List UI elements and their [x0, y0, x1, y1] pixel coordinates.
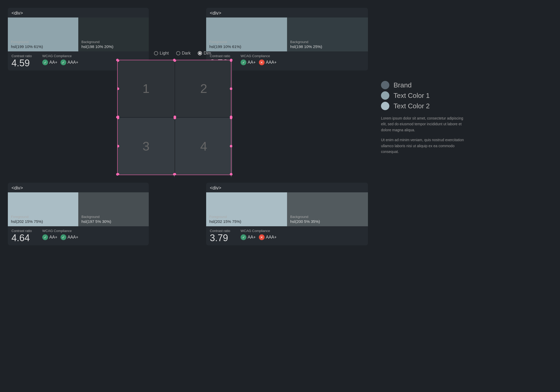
radio-dark-circle[interactable] — [176, 51, 180, 55]
contrast-label-tl: Contrast ratio — [11, 54, 32, 58]
radio-dim-label: Dim — [204, 51, 211, 56]
color-swatches-bottom-right: Foreground hsl(202 15% 75%) Background h… — [206, 192, 368, 226]
brand-circle-1 — [381, 91, 389, 100]
color-swatches-bottom-left: Foreground hsl(202 15% 75%) Background h… — [8, 192, 149, 226]
contrast-value-br: 3.79 — [210, 233, 230, 243]
lorem-p1: Lorem ipsum dolor sit amet, consectetur … — [381, 115, 470, 133]
grid-cell-4-label: 4 — [200, 139, 207, 153]
brand-panel: Brand Text Color 1 Text Color 2 Lorem ip… — [381, 81, 470, 155]
background-swatch-bottom-left: Background hsl(197 5% 30%) — [78, 192, 149, 226]
bg-value-br: hsl(200 5% 35%) — [290, 219, 365, 224]
brand-item-1: Text Color 1 — [381, 91, 470, 100]
badge-aa-icon-br: ✓ — [241, 234, 246, 240]
background-swatch-bottom-right: Background hsl(200 5% 35%) — [287, 192, 368, 226]
fg-label-br: Foreground — [209, 215, 284, 219]
badge-aaa-icon-tr: ✕ — [259, 60, 265, 65]
radio-light-circle[interactable] — [154, 51, 158, 55]
badge-aa-bl: ✓ AA+ — [42, 234, 57, 240]
radio-dark-label: Dark — [182, 51, 191, 56]
grid-cell-1-label: 1 — [142, 81, 150, 96]
badge-aa-tr: ✓ AA+ — [241, 60, 256, 65]
brand-circle-0 — [381, 81, 389, 89]
grid-cell-3-label: 3 — [142, 139, 150, 153]
fg-value-tr: hsl(199 10% 61%) — [209, 44, 284, 49]
contrast-label-tr: Contrast ratio — [210, 54, 230, 58]
badge-aaa-tr: ✕ AAA+ — [259, 60, 277, 65]
brand-circle-2 — [381, 102, 389, 110]
contrast-section-br: Contrast ratio 3.79 — [210, 229, 230, 243]
wcag-section-br: WCAG Compliance ✓ AA+ ✕ AAA+ — [241, 229, 277, 240]
badge-aa-icon-tr: ✓ — [241, 60, 246, 65]
color-swatches-top-right: Foreground hsl(199 10% 61%) Background h… — [206, 17, 368, 51]
wcag-section-bl: WCAG Compliance ✓ AA+ ✓ AAA+ — [42, 229, 78, 240]
radio-dim-circle[interactable] — [198, 51, 202, 55]
card-top-right-tag: <div> — [206, 8, 368, 17]
brand-label-1: Text Color 1 — [394, 92, 430, 100]
grid-cell-3: 3 — [117, 118, 175, 175]
foreground-swatch-bottom-left: Foreground hsl(202 15% 75%) — [8, 192, 78, 226]
bg-label-br: Background — [290, 215, 365, 219]
lorem-p2: Ut enim ad minim veniam, quis nostrud ex… — [381, 137, 470, 155]
grid-cell-2: 2 — [175, 60, 232, 117]
wcag-badges-br: ✓ AA+ ✕ AAA+ — [241, 234, 277, 240]
badge-aa-icon-bl: ✓ — [42, 234, 48, 240]
badge-aaa-icon-tl: ✓ — [61, 60, 66, 65]
color-swatches-top-left: Foreground hsl(199 10% 61%) Background h… — [8, 17, 149, 51]
grid-container: 1 2 3 4 — [117, 60, 232, 175]
contrast-label-bl: Contrast ratio — [11, 229, 32, 233]
card-bottom-right-footer: Contrast ratio 3.79 WCAG Compliance ✓ AA… — [206, 226, 368, 245]
badge-aaa-br: ✕ AAA+ — [259, 234, 277, 240]
wcag-label-bl: WCAG Compliance — [42, 229, 78, 233]
lorem-text: Lorem ipsum dolor sit amet, consectetur … — [381, 115, 470, 155]
brand-label-0: Brand — [394, 81, 412, 89]
background-swatch-top-right: Background hsl(198 10% 25%) — [287, 17, 368, 51]
wcag-section-tl: WCAG Compliance ✓ AA+ ✓ AAA+ — [42, 54, 78, 65]
card-bottom-left: <div> Foreground hsl(202 15% 75%) Backgr… — [8, 183, 149, 245]
foreground-swatch-top-right: Foreground hsl(199 10% 61%) — [206, 17, 287, 51]
svg-marker-27 — [174, 175, 175, 177]
radio-light[interactable]: Light — [154, 51, 169, 56]
fg-label-tl: Foreground — [11, 40, 75, 44]
bg-value-tl: hsl(198 10% 20%) — [81, 44, 146, 49]
badge-aaa-icon-br: ✕ — [259, 234, 265, 240]
foreground-swatch-top-left: Foreground hsl(199 10% 61%) — [8, 17, 78, 51]
brand-item-2: Text Color 2 — [381, 102, 470, 110]
foreground-swatch-bottom-right: Foreground hsl(202 15% 75%) — [206, 192, 287, 226]
wcag-section-tr: WCAG Compliance ✓ AA+ ✕ AAA+ — [241, 54, 277, 65]
wcag-label-tl: WCAG Compliance — [42, 54, 78, 58]
fg-label-tr: Foreground — [209, 40, 284, 44]
bg-value-tr: hsl(198 10% 25%) — [290, 44, 365, 49]
bg-value-bl: hsl(197 5% 30%) — [81, 219, 146, 224]
radio-dark[interactable]: Dark — [176, 51, 191, 56]
grid-cell-2-label: 2 — [200, 81, 207, 96]
contrast-value-tl: 4.59 — [11, 58, 32, 68]
wcag-badges-tr: ✓ AA+ ✕ AAA+ — [241, 60, 277, 65]
bg-label-tl: Background — [81, 40, 146, 44]
bg-label-tr: Background — [290, 40, 365, 44]
fg-label-bl: Foreground — [11, 215, 75, 219]
fg-value-br: hsl(202 15% 75%) — [209, 219, 284, 224]
contrast-value-bl: 4.64 — [11, 233, 32, 243]
badge-aaa-bl: ✓ AAA+ — [61, 234, 78, 240]
card-top-left-tag: <div> — [8, 8, 149, 17]
wcag-badges-bl: ✓ AA+ ✓ AAA+ — [42, 234, 78, 240]
bg-label-bl: Background — [81, 215, 146, 219]
fg-value-tl: hsl(199 10% 61%) — [11, 44, 75, 49]
wcag-badges-tl: ✓ AA+ ✓ AAA+ — [42, 60, 78, 65]
fg-value-bl: hsl(202 15% 75%) — [11, 219, 75, 224]
background-swatch-top-left: Background hsl(198 10% 20%) — [78, 17, 149, 51]
radio-group[interactable]: Light Dark Dim — [151, 51, 211, 56]
radio-dim[interactable]: Dim — [198, 51, 211, 56]
brand-item-0: Brand — [381, 81, 470, 89]
radio-light-label: Light — [160, 51, 169, 56]
badge-aa-icon-tl: ✓ — [42, 60, 48, 65]
badge-aaa-tl: ✓ AAA+ — [61, 60, 78, 65]
contrast-section-tl: Contrast ratio 4.59 — [11, 54, 32, 68]
contrast-label-br: Contrast ratio — [210, 229, 230, 233]
grid-wrapper: 1 2 3 4 — [117, 60, 232, 175]
badge-aa-br: ✓ AA+ — [241, 234, 256, 240]
badge-aa-tl: ✓ AA+ — [42, 60, 57, 65]
grid: 1 2 3 4 — [117, 60, 232, 175]
svg-marker-28 — [231, 175, 232, 177]
card-bottom-left-tag: <div> — [8, 183, 149, 192]
